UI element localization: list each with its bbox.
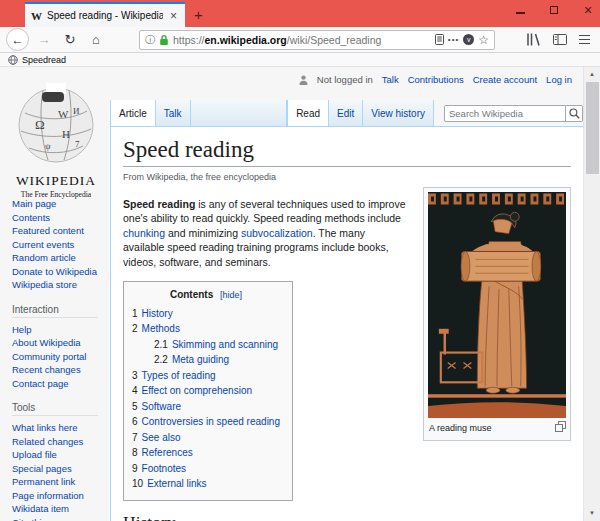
sidebar-link[interactable]: Permanent link [12,476,75,487]
toc-link[interactable]: Types of reading [142,370,216,381]
wikipedia-favicon-icon: W [31,10,42,22]
reload-button[interactable]: ↻ [59,32,81,47]
sidebar-link[interactable]: About Wikipedia [12,337,81,348]
scroll-up-icon[interactable]: ▲ [584,67,600,82]
tab-article[interactable]: Article [110,100,156,126]
toc-list: 1History2Methods2.1Skimming and scanning… [132,306,280,492]
sidebar-toggle-icon[interactable] [553,34,567,45]
search-input[interactable] [444,105,566,122]
library-icon[interactable] [526,33,541,46]
toc-item: 3Types of reading [132,368,280,384]
tab-read[interactable]: Read [287,100,329,126]
close-button[interactable]: × [582,4,594,16]
table-of-contents: Contents [hide] 1History2Methods2.1Skimm… [123,281,293,501]
personal-link[interactable]: Log in [546,74,572,85]
sidebar-link[interactable]: Featured content [12,225,84,236]
toc-link[interactable]: Methods [142,323,180,334]
svg-text:Ω: Ω [35,117,45,132]
browser-tab[interactable]: W Speed reading - Wikipedia × [25,2,185,27]
link-chunking[interactable]: chunking [123,227,165,239]
page-actions-icon[interactable]: ••• [448,35,459,44]
logo-wordmark: WIKIPEDIA [6,173,106,189]
site-info-icon[interactable]: ⓘ [145,33,155,47]
tab-edit[interactable]: Edit [329,100,363,126]
minimize-button[interactable] [514,4,526,16]
sidebar-link[interactable]: Current events [12,239,74,250]
wikipedia-page: ▲ ▼ Not logged in TalkContributionsCreat… [0,67,600,521]
tab-view-history[interactable]: View history [363,100,434,126]
site-subtitle: From Wikipedia, the free encyclopedia [123,170,571,185]
toc-link[interactable]: Effect on comprehension [142,385,252,396]
tab-close-icon[interactable]: × [168,9,179,23]
toc-link[interactable]: History [142,308,173,319]
toc-item: 6Controversies in speed reading [132,414,280,430]
menu-hamburger-icon[interactable] [579,35,590,45]
reader-mode-icon[interactable] [435,34,444,45]
personal-link[interactable]: Talk [382,74,399,85]
toc-link[interactable]: Software [142,401,181,412]
sidebar-item: Upload file [12,448,110,462]
back-button[interactable]: ← [6,28,29,51]
forward-button[interactable]: → [33,32,55,47]
home-button[interactable]: ⌂ [85,32,107,47]
wikipedia-globe-icon: Ω W И H 7 ψ [15,83,97,165]
sidebar-link[interactable]: Upload file [12,449,57,460]
toc-link[interactable]: Footnotes [142,463,186,474]
toc-link[interactable]: External links [147,478,206,489]
toc-link[interactable]: References [142,447,193,458]
sidebar-link[interactable]: Contents [12,212,50,223]
toc-item: 8References [132,445,280,461]
page-scrollbar[interactable]: ▲ ▼ [583,67,600,521]
window-titlebar: W Speed reading - Wikipedia × + × [0,0,600,27]
toc-link[interactable]: Skimming and scanning [172,339,278,350]
personal-tools: Not logged in TalkContributionsCreate ac… [299,74,572,85]
sidebar-link[interactable]: Special pages [12,463,72,474]
sidebar-heading-interaction: Interaction [12,304,98,318]
sidebar-item: Contact page [12,377,110,391]
scroll-down-icon[interactable]: ▼ [584,506,600,521]
toc-item: 2.1Skimming and scanning [132,337,280,353]
personal-link[interactable]: Create account [473,74,537,85]
sidebar-link[interactable]: Help [12,324,32,335]
toc-number: 2.2 [154,354,168,365]
toc-item: 4Effect on comprehension [132,383,280,399]
article-figure[interactable]: A reading muse [423,187,571,442]
svg-text:7: 7 [75,139,80,149]
tab-talk[interactable]: Talk [156,100,191,126]
toc-link[interactable]: See also [142,432,181,443]
bookmark-star-icon[interactable]: ☆ [478,33,489,47]
toc-number: 6 [132,416,138,427]
sidebar-link[interactable]: Related changes [12,436,83,447]
toc-link[interactable]: Meta guiding [172,354,229,365]
window-controls: × [514,4,594,16]
sidebar-item: Related changes [12,435,110,449]
wikipedia-logo[interactable]: Ω W И H 7 ψ WIKIPEDIA The Free Encyclope… [6,83,106,199]
sidebar-link[interactable]: Community portal [12,351,86,362]
maximize-button[interactable] [548,4,560,16]
sidebar-link[interactable]: What links here [12,422,77,433]
personal-link[interactable]: Contributions [408,74,464,85]
sidebar-link[interactable]: Wikidata item [12,503,69,514]
url-bar[interactable]: ⓘ https://en.wikipedia.org/wiki/Speed_re… [139,30,495,50]
sidebar-link[interactable]: Recent changes [12,364,81,375]
sidebar-link[interactable]: Wikipedia store [12,279,77,290]
sidebar-link[interactable]: Page information [12,490,84,501]
search-button[interactable] [566,105,583,122]
sidebar-link[interactable]: Main page [12,198,56,209]
sidebar-link[interactable]: Cite this page [12,517,70,521]
link-subvocalization[interactable]: subvocalization [241,227,313,239]
scrollbar-thumb[interactable] [586,82,599,174]
toc-link[interactable]: Controversies in speed reading [142,416,280,427]
navigation-toolbar: ← → ↻ ⌂ ⓘ https://en.wikipedia.org/wiki/… [0,27,600,53]
sidebar-link[interactable]: Contact page [12,378,69,389]
bookmark-speedread[interactable]: Speedread [22,55,66,65]
new-tab-button[interactable]: + [185,6,212,26]
sidebar-link[interactable]: Random article [12,252,76,263]
svg-text:W: W [58,108,69,120]
enlarge-icon[interactable] [555,421,566,432]
toc-hide-link[interactable]: [hide] [220,290,242,300]
pocket-icon[interactable]: v [463,34,474,45]
reading-muse-image [428,192,566,418]
url-text[interactable]: https://en.wikipedia.org/wiki/Speed_read… [173,34,431,46]
sidebar-link[interactable]: Donate to Wikipedia [12,266,97,277]
